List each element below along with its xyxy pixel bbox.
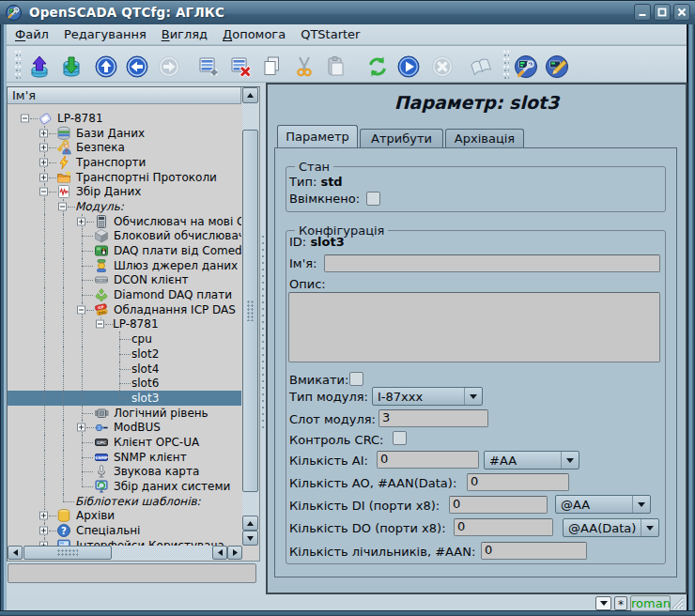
tree-item-diamond-daq-плати[interactable]: Diamond DAQ плати: [8, 287, 241, 302]
tree-vscrollbar[interactable]: [242, 87, 258, 545]
tree-item-транспортні-протоколи[interactable]: Транспортні Протоколи: [8, 170, 241, 185]
scroll-slider[interactable]: [242, 130, 258, 492]
enabled-checkbox[interactable]: [366, 192, 380, 206]
close-button[interactable]: [673, 4, 690, 21]
refresh-button[interactable]: [364, 54, 390, 79]
titlebar[interactable]: OpenSCADA QTCfg: АГЛКС: [0, 0, 695, 24]
tree-item-архіви[interactable]: Архіви: [8, 509, 241, 524]
tab-archiving[interactable]: Архівація: [445, 129, 524, 147]
expand-icon[interactable]: [39, 527, 48, 535]
tree-item-snmp-клієнт[interactable]: SNMPSNMP клієнт: [8, 450, 241, 465]
collapse-icon[interactable]: [39, 188, 48, 196]
scroll-left-button[interactable]: [8, 546, 23, 560]
combo-arrow-icon[interactable]: [464, 388, 482, 405]
crc-checkbox[interactable]: [393, 431, 407, 445]
tree-item-бази-даних[interactable]: Бази Даних: [8, 126, 241, 141]
delete-item-button[interactable]: [227, 54, 253, 79]
tree-filter-input[interactable]: [8, 563, 256, 583]
collapse-icon[interactable]: [58, 202, 67, 210]
maximize-button[interactable]: [654, 4, 671, 21]
tree-item-cpu[interactable]: cpu: [8, 331, 241, 346]
resize-grip[interactable]: [667, 595, 684, 609]
menu-file[interactable]: Файл: [8, 25, 56, 43]
do-input[interactable]: 0: [454, 518, 553, 536]
ai-mode-combo[interactable]: #AA: [484, 451, 579, 470]
tree-item-slot6[interactable]: slot6: [8, 376, 241, 391]
tree-item-lp-8781[interactable]: LP-8781: [8, 111, 241, 126]
expand-icon[interactable]: [77, 424, 85, 432]
tree-hscrollbar[interactable]: [8, 546, 242, 561]
toolbar-handle[interactable]: [502, 50, 509, 80]
copy-item-button[interactable]: [259, 54, 285, 79]
expand-icon[interactable]: [39, 541, 48, 546]
paste-item-button[interactable]: [323, 54, 348, 79]
collapse-icon[interactable]: [96, 320, 104, 329]
expand-icon[interactable]: [39, 512, 48, 520]
scroll-slider-h[interactable]: [23, 546, 112, 560]
scroll-right-button[interactable]: [227, 546, 242, 560]
tree-item-збір-даних[interactable]: Збір Даних: [8, 184, 241, 199]
manual-button[interactable]: [468, 54, 493, 79]
go-back-button[interactable]: [124, 54, 149, 79]
di-input[interactable]: 0: [449, 496, 548, 514]
enable-checkbox[interactable]: [349, 372, 363, 386]
add-item-button[interactable]: [195, 54, 221, 79]
save-to-db-button[interactable]: [58, 54, 84, 79]
status-user[interactable]: roman: [630, 595, 671, 611]
ai-input[interactable]: 0: [377, 451, 479, 469]
module-type-combo[interactable]: I-87xxx: [372, 387, 483, 406]
tree-item-обладнання-icp-das[interactable]: ICPDASОбладнання ICP DAS: [8, 302, 241, 317]
tree-item-звукова-карта[interactable]: Звукова карта: [8, 465, 241, 480]
tree-item-бібліотеки-шаблонів-[interactable]: Бібліотеки шаблонів:: [8, 494, 241, 509]
slot-input[interactable]: 3: [378, 409, 488, 427]
status-dropdown-button[interactable]: [595, 596, 611, 610]
tree-item-lp-8781[interactable]: LP-8781: [8, 317, 241, 332]
scroll-up-button-2[interactable]: [242, 516, 258, 531]
tree-item-клієнт-opc-ua[interactable]: OPCКлієнт OPC-UA: [8, 435, 241, 450]
tree-item-slot3[interactable]: slot3: [8, 391, 241, 406]
tree-item-модуль-[interactable]: Модуль:: [8, 199, 241, 214]
tree-item-modbus[interactable]: ModBUS: [8, 420, 241, 435]
menu-help[interactable]: Допомога: [215, 25, 293, 43]
tab-parameter[interactable]: Параметр: [277, 125, 358, 147]
di-mode-combo[interactable]: @AA: [555, 495, 651, 514]
collapse-icon[interactable]: [21, 114, 29, 122]
menu-qtstarter[interactable]: QTStarter: [293, 25, 367, 43]
ao-input[interactable]: 0: [467, 473, 569, 491]
collapse-icon[interactable]: [77, 305, 85, 314]
scroll-down-button[interactable]: [242, 531, 258, 546]
toolbar-handle[interactable]: [14, 50, 21, 80]
tree-header[interactable]: Ім'я: [8, 87, 241, 104]
do-mode-combo[interactable]: @AA(Data): [563, 518, 659, 537]
tree-item-логічний-рівень[interactable]: Логічний рівень: [8, 406, 241, 421]
expand-icon[interactable]: [77, 217, 85, 225]
tree-item-транспорти[interactable]: Транспорти: [8, 155, 241, 170]
scroll-up-button[interactable]: [242, 87, 258, 103]
start-button[interactable]: [395, 54, 421, 79]
combo-arrow-icon[interactable]: [561, 452, 579, 469]
tree-item-блоковий-обчислювач[interactable]: Блоковий обчислювач: [8, 229, 241, 244]
menu-view[interactable]: Вигляд: [154, 25, 215, 43]
scroll-left-button-2[interactable]: [212, 546, 227, 560]
tree-item-slot2[interactable]: slot2: [8, 346, 241, 362]
expand-icon[interactable]: [39, 144, 48, 152]
tree-item-збір-даних-системи[interactable]: Збір даних системи: [8, 479, 241, 494]
combo-arrow-icon[interactable]: [641, 519, 658, 536]
splitter-handle[interactable]: [261, 235, 265, 432]
tree-item-dcon-клієнт[interactable]: DCONDCON клієнт: [8, 273, 241, 288]
expand-icon[interactable]: [39, 129, 48, 137]
stop-button[interactable]: [429, 54, 455, 79]
status-star-button[interactable]: *: [614, 596, 627, 610]
expand-icon[interactable]: [39, 158, 48, 166]
cut-item-button[interactable]: [291, 54, 317, 79]
cnt-input[interactable]: 0: [481, 542, 587, 560]
tree-item-шлюз-джерел-даних[interactable]: Шлюз джерел даних: [8, 258, 241, 273]
tree-item-спеціальні[interactable]: ?Спеціальні: [8, 523, 241, 538]
tree-item-безпека[interactable]: Безпека: [8, 140, 241, 155]
go-up-button[interactable]: [93, 54, 118, 79]
minimize-button[interactable]: [634, 4, 651, 21]
qtcfg-starter-button[interactable]: [513, 54, 538, 79]
qtvision-starter-button[interactable]: [544, 54, 569, 79]
load-from-db-button[interactable]: [26, 54, 52, 79]
tree-item-daq-плати-від-comedi[interactable]: DAQ плати від Comedi: [8, 243, 241, 258]
